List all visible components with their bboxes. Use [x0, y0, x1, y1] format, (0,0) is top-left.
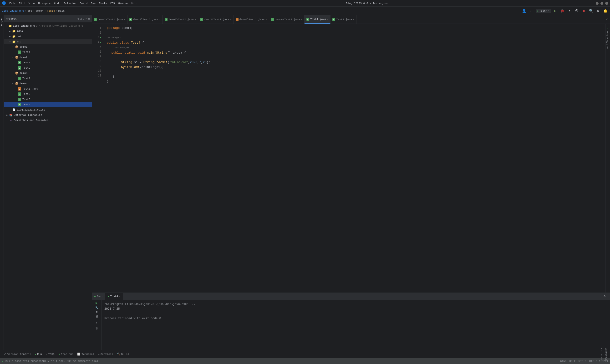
tree-iml[interactable]: ▶ 📄 Blog_J2023_8_6.iml [4, 107, 92, 112]
menu-help[interactable]: Help [130, 1, 139, 5]
build-btn[interactable]: 🔨 Build [116, 352, 130, 356]
tree-demo3-test1[interactable]: ▶ c Test1 [4, 76, 92, 81]
close-panel-icon[interactable]: ✕ [88, 17, 90, 21]
tab-demo1-test1[interactable]: c demo1\Test1.java ✕ [92, 15, 128, 24]
menu-refactor[interactable]: Refactor [62, 1, 78, 5]
tree-demo4-test2[interactable]: ▶ c Test2 [4, 91, 92, 97]
run-print-icon[interactable]: 🖨 [95, 315, 98, 318]
notifications-label[interactable]: Notifications [606, 30, 610, 50]
tree-scratches[interactable]: ▶ ✏ Scratches and Consoles [4, 118, 92, 123]
menu-build[interactable]: Build [78, 1, 89, 5]
menu-run[interactable]: Run [89, 1, 97, 5]
menu-window[interactable]: Window [117, 1, 129, 5]
breadcrumb-root[interactable]: Blog_J2023_8_6 [2, 10, 24, 13]
run-arrow-4[interactable]: ▶ [100, 40, 101, 45]
bottom-tab-test4[interactable]: ▶ Test4 ✕ [105, 293, 123, 300]
debug-button[interactable]: 🐞 [559, 8, 565, 14]
tree-demo2[interactable]: ▾ 📦 demo2 [4, 55, 92, 60]
menu-navigate[interactable]: Navigate [37, 1, 52, 5]
coverage-button[interactable]: ☂ [567, 8, 572, 14]
tab-demo4-test2[interactable]: c demo4\Test2.java ✕ [269, 15, 305, 24]
tab-demo3-test1[interactable]: c demo3\Test1.java ✕ [198, 15, 234, 24]
menu-view[interactable]: View [27, 1, 36, 5]
status-encoding[interactable]: UTF-8 [579, 360, 586, 363]
run-config[interactable]: ▶ Test4 ▾ [536, 9, 551, 13]
gear-icon[interactable]: ⚙ [78, 17, 79, 21]
run-button[interactable]: ▶ [552, 8, 558, 14]
tree-demo2-test2[interactable]: ▶ c Test2 [4, 65, 92, 70]
minimize-button[interactable] [596, 2, 598, 5]
nav-back-icon[interactable]: ← [529, 8, 534, 14]
tree-demo2-test1[interactable]: ▶ c Test1 [4, 60, 92, 65]
tree-demo4-test1[interactable]: ▶ c Test1.java [4, 86, 92, 91]
tree-out[interactable]: ▶ 📁 out [4, 34, 92, 39]
stop-button[interactable]: ■ [581, 8, 587, 14]
status-line-sep[interactable]: CRLF [569, 360, 575, 363]
tab-test3[interactable]: c Test3.java ✕ [330, 15, 356, 24]
tab-demo2-test2-close[interactable]: ✕ [195, 18, 196, 21]
run-arrow-3[interactable]: ▶ [100, 35, 101, 40]
tree-demo4-test4[interactable]: ▶ c Test4 [4, 102, 92, 107]
run-panel-minimize-icon[interactable]: – [606, 295, 608, 298]
code-editor[interactable]: package demo4; no usages public class Te… [104, 24, 605, 293]
expand-all-icon[interactable]: ⊞ [80, 17, 82, 21]
menu-edit[interactable]: Edit [17, 1, 26, 5]
tree-demo4[interactable]: ▾ 📦 demo4 [4, 81, 92, 86]
tab-test4-close[interactable]: ✕ [327, 18, 328, 21]
run-tab-test4-close[interactable]: ✕ [119, 295, 120, 298]
maximize-button[interactable] [600, 2, 603, 5]
notifications-icon[interactable]: 🔔 [602, 8, 608, 14]
tab-test4[interactable]: c Test4.java ✕ [305, 15, 330, 24]
services-btn[interactable]: ☁ Services [96, 352, 114, 356]
tab-demo4-test2-close[interactable]: ✕ [301, 18, 302, 21]
tab-demo2-test1-close[interactable]: ✕ [159, 18, 161, 21]
version-control-btn[interactable]: ⎇ Version Control [2, 352, 32, 356]
breadcrumb-test4[interactable]: Test4 [47, 10, 55, 13]
todo-btn[interactable]: ✓ TODO [44, 352, 56, 356]
breadcrumb-src[interactable]: src [27, 10, 32, 13]
close-button[interactable] [605, 2, 608, 5]
settings-icon[interactable]: ⚙ [595, 8, 601, 14]
tree-src[interactable]: ▾ 📁 src [4, 39, 92, 44]
run-scroll-icon[interactable]: ⬇ [96, 321, 97, 325]
tab-demo4-test1-close[interactable]: ✕ [265, 18, 267, 21]
status-time[interactable]: 6:53 [560, 360, 566, 363]
left-panel-strip: Project [0, 15, 4, 350]
tab-demo2-test2[interactable]: c demo2\Test2.java ✕ [163, 15, 198, 24]
tree-demo1-test1[interactable]: ▶ c Test1 [4, 50, 92, 55]
tab-demo4-test1[interactable]: c demo4\Test1.java ✕ [234, 15, 269, 24]
tree-demo4-test3[interactable]: ▶ c Test3 [4, 97, 92, 102]
problems-btn[interactable]: ● Problems [57, 352, 75, 356]
tab-demo2-test1[interactable]: c demo2\Test1.java ✕ [128, 15, 163, 24]
breadcrumb-main[interactable]: main [58, 10, 65, 13]
run-play-icon[interactable]: ▶ [96, 301, 97, 305]
menu-tools[interactable]: Tools [97, 1, 108, 5]
tree-external-libs[interactable]: ▶ 📚 External Libraries [4, 112, 92, 118]
tree-demo1[interactable]: ▾ 📦 demo1 [4, 44, 92, 50]
run-rerun-icon[interactable]: 🔧 [95, 306, 98, 310]
tab-demo1-test1-close[interactable]: ✕ [124, 18, 125, 21]
run-stop-icon[interactable]: ■ [96, 310, 97, 314]
panel-settings-icon[interactable]: ≡ [86, 17, 87, 21]
project-strip-label[interactable]: Project [0, 15, 4, 27]
breadcrumb-demo4[interactable]: demo4 [36, 10, 43, 13]
bottom-tab-run-label[interactable]: ▶ Run: [92, 293, 105, 300]
tab-demo3-test1-close[interactable]: ✕ [230, 18, 232, 21]
bookmarks-label[interactable]: Bookmarks [605, 347, 608, 362]
tree-idea[interactable]: ▶ 📁 idea [4, 29, 92, 34]
run-trash-icon[interactable]: 🗑 [95, 327, 98, 330]
run-btn[interactable]: ▶ Run [33, 352, 43, 356]
menu-vcs[interactable]: VCS [109, 1, 116, 5]
tree-demo3[interactable]: ▾ 📦 demo3 [4, 70, 92, 76]
tab-test3-close[interactable]: ✕ [353, 18, 354, 21]
user-icon[interactable]: 👤 [521, 8, 527, 14]
search-everywhere-icon[interactable]: 🔍 [588, 8, 594, 14]
menu-code[interactable]: Code [53, 1, 62, 5]
tree-root[interactable]: ▾ 📁 Blog_J2023_8_6 D:\Project\JAVA\Blog_… [4, 23, 92, 29]
terminal-btn[interactable]: ⬜ Terminal [76, 352, 96, 356]
run-panel-settings-icon[interactable]: ⚙ [604, 294, 606, 298]
structure-label[interactable]: Structure [600, 347, 604, 362]
collapse-all-icon[interactable]: ⊟ [83, 17, 84, 21]
menu-file[interactable]: File [8, 1, 17, 5]
profile-button[interactable]: ⏱ [574, 8, 580, 14]
